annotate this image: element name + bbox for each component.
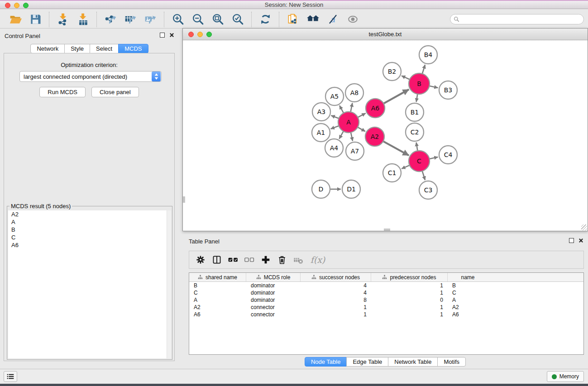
network-vertical-scrollbar[interactable] bbox=[183, 196, 185, 203]
graph-node-A4[interactable]: A4 bbox=[325, 139, 343, 157]
zoom-selected-button[interactable] bbox=[229, 12, 246, 27]
hide-labels-button[interactable]: a bbox=[325, 12, 341, 27]
column-header-predecessor-nodes[interactable]: predecessor nodes bbox=[371, 273, 448, 281]
graph-node-B2[interactable]: B2 bbox=[383, 62, 401, 81]
graph-node-D1[interactable]: D1 bbox=[342, 180, 360, 198]
table-tab-motifs[interactable]: Motifs bbox=[437, 357, 466, 367]
hide-labels-icon: a bbox=[327, 13, 339, 25]
browser-home-button[interactable] bbox=[305, 12, 321, 27]
deselect-all-columns-button[interactable] bbox=[243, 253, 256, 267]
select-all-columns-button[interactable] bbox=[226, 253, 240, 267]
close-table-panel-icon[interactable] bbox=[578, 238, 583, 243]
graph-node-A3[interactable]: A3 bbox=[312, 103, 330, 121]
network-horizontal-scrollbar[interactable] bbox=[384, 229, 390, 231]
zoom-out-button[interactable] bbox=[190, 12, 206, 27]
graph-node-label: C2 bbox=[411, 129, 419, 136]
add-column-button[interactable] bbox=[259, 253, 272, 267]
table-row[interactable]: Bdominator41B bbox=[189, 282, 583, 289]
close-panel-button[interactable]: Close panel bbox=[91, 87, 139, 97]
float-table-panel-icon[interactable] bbox=[569, 238, 574, 243]
table-row[interactable]: A6connector11A6 bbox=[189, 311, 583, 318]
mcds-result-item[interactable]: C bbox=[8, 234, 171, 241]
table-tab-network-table[interactable]: Network Table bbox=[388, 357, 438, 367]
table-row[interactable]: Adominator80A bbox=[189, 296, 583, 304]
criterion-select[interactable]: largest connected component (directed) bbox=[19, 71, 162, 82]
graph-node-C[interactable]: C bbox=[409, 151, 430, 172]
graph-node-D[interactable]: D bbox=[312, 180, 330, 198]
zoom-in-button[interactable] bbox=[170, 12, 186, 27]
graph-node-C2[interactable]: C2 bbox=[406, 123, 424, 141]
table-cell: 1 bbox=[301, 311, 371, 318]
network-zoom-button[interactable] bbox=[206, 32, 212, 37]
column-header-shared-name[interactable]: shared name bbox=[189, 273, 246, 281]
graph-node-C4[interactable]: C4 bbox=[439, 146, 457, 164]
import-network-button[interactable] bbox=[55, 12, 71, 27]
graph-node-B4[interactable]: B4 bbox=[419, 46, 437, 64]
minimize-window-button[interactable] bbox=[14, 3, 19, 8]
task-history-button[interactable] bbox=[4, 371, 17, 382]
search-input[interactable] bbox=[462, 15, 583, 24]
export-table-button[interactable] bbox=[122, 12, 139, 27]
table-row[interactable]: A2connector11A2 bbox=[189, 304, 583, 311]
graph-node-A1[interactable]: A1 bbox=[312, 124, 330, 142]
network-close-button[interactable] bbox=[188, 32, 194, 37]
table-cell: A bbox=[448, 296, 488, 304]
column-header-name[interactable]: name bbox=[448, 273, 488, 281]
graph-node-A8[interactable]: A8 bbox=[345, 84, 363, 102]
tab-style[interactable]: Style bbox=[64, 44, 90, 53]
graph-node-A7[interactable]: A7 bbox=[346, 142, 364, 160]
graph-node-A5[interactable]: A5 bbox=[325, 87, 344, 105]
table-cell: A2 bbox=[448, 304, 488, 311]
graph-node-A6[interactable]: A6 bbox=[366, 99, 385, 118]
table-cell: 0 bbox=[371, 296, 448, 304]
table-cell: connector bbox=[246, 304, 301, 311]
graph-node-B1[interactable]: B1 bbox=[406, 103, 424, 121]
graph-node-B[interactable]: B bbox=[409, 73, 430, 94]
show-columns-button[interactable] bbox=[210, 253, 224, 267]
mcds-result-item[interactable]: A6 bbox=[8, 241, 171, 249]
export-network-button[interactable] bbox=[102, 12, 119, 27]
delete-columns-button[interactable] bbox=[275, 253, 289, 267]
mcds-result-item[interactable]: A2 bbox=[8, 210, 171, 218]
mcds-result-item[interactable]: B bbox=[8, 226, 171, 234]
graph-node-C3[interactable]: C3 bbox=[419, 181, 437, 199]
graph-node-B3[interactable]: B3 bbox=[439, 81, 457, 99]
table-cell: connector bbox=[246, 311, 301, 318]
tab-mcds[interactable]: MCDS bbox=[118, 44, 148, 53]
deselect-all-columns-icon bbox=[244, 255, 254, 265]
save-session-button[interactable] bbox=[27, 12, 43, 27]
import-table-button[interactable] bbox=[75, 12, 91, 27]
status-bar: Memory bbox=[0, 369, 588, 384]
delete-table-button[interactable] bbox=[292, 253, 305, 267]
float-panel-icon[interactable] bbox=[160, 33, 165, 38]
graph-node-C1[interactable]: C1 bbox=[383, 164, 401, 182]
table-tab-node-table[interactable]: Node Table bbox=[305, 357, 347, 367]
open-file-button[interactable] bbox=[7, 12, 24, 27]
table-row[interactable]: Cdominator41C bbox=[189, 289, 583, 296]
close-panel-icon[interactable] bbox=[169, 33, 174, 38]
zoom-fit-button[interactable] bbox=[210, 12, 226, 27]
export-image-button[interactable] bbox=[142, 12, 158, 27]
graph-node-A2[interactable]: A2 bbox=[365, 127, 384, 146]
result-list-scrollbar[interactable] bbox=[167, 210, 171, 358]
graph-node-A[interactable]: A bbox=[338, 112, 359, 133]
table-tab-edge-table[interactable]: Edge Table bbox=[346, 357, 388, 367]
tab-select[interactable]: Select bbox=[90, 44, 119, 53]
zoom-window-button[interactable] bbox=[23, 3, 29, 8]
network-minimize-button[interactable] bbox=[197, 32, 203, 37]
new-network-from-selection-button[interactable] bbox=[285, 12, 301, 27]
column-header-mcds-role[interactable]: MCDS role bbox=[246, 273, 301, 281]
network-canvas[interactable]: B4B2BB3A5A8A6A3AB1A1C2A2A4A7C4CC1C3DD1 bbox=[183, 40, 588, 231]
refresh-view-button[interactable] bbox=[257, 12, 273, 27]
show-graphics-details-button[interactable] bbox=[344, 12, 361, 27]
table-settings-button[interactable] bbox=[194, 253, 207, 267]
tab-network[interactable]: Network bbox=[30, 44, 65, 53]
mcds-result-item[interactable]: A bbox=[8, 218, 171, 226]
column-header-successor-nodes[interactable]: successor nodes bbox=[301, 273, 371, 281]
close-window-button[interactable] bbox=[5, 3, 10, 8]
window-resize-grip[interactable] bbox=[581, 224, 587, 230]
run-mcds-button[interactable]: Run MCDS bbox=[39, 87, 86, 97]
table-cell: A2 bbox=[189, 304, 246, 311]
function-builder-button[interactable]: f(x) bbox=[308, 253, 328, 267]
memory-button[interactable]: Memory bbox=[547, 371, 584, 382]
